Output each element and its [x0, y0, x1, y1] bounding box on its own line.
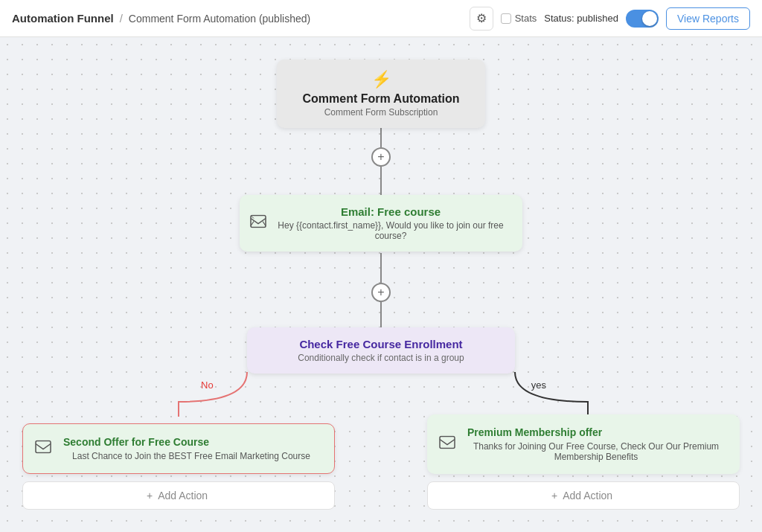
trigger-subtitle: Comment Form Subscription — [299, 107, 463, 118]
breadcrumb: Automation Funnel / Comment Form Automat… — [12, 12, 464, 25]
published-toggle[interactable] — [626, 10, 659, 28]
gear-icon: ⚙ — [476, 11, 487, 25]
branch-left-icon — [35, 440, 51, 458]
branch-right-title: Premium Membership offer — [467, 426, 725, 438]
condition-subtitle: Conditionally check if contact is in a g… — [265, 353, 497, 363]
trigger-icon: ⚡ — [299, 70, 463, 89]
email-title: Email: Free course — [277, 205, 505, 218]
branch-right-card[interactable]: Premium Membership offer Thanks for Join… — [427, 414, 740, 474]
header-right: ⚙ Stats Status: published View Reports — [470, 7, 750, 31]
add-button-2[interactable]: + — [371, 283, 391, 302]
branch-left-subtitle: Last Chance to Join the BEST Free Email … — [63, 451, 319, 461]
branch-label-no: No — [201, 379, 214, 391]
view-reports-button[interactable]: View Reports — [666, 7, 750, 30]
add-action-left[interactable]: + Add Action — [22, 481, 335, 510]
add-action-plus-right: + — [551, 490, 557, 501]
branch-label-yes: yes — [531, 379, 546, 391]
status-label: Status: published — [544, 13, 618, 24]
trigger-title: Comment Form Automation — [299, 92, 463, 106]
add-action-plus-left: + — [147, 490, 153, 501]
breadcrumb-root[interactable]: Automation Funnel — [12, 12, 114, 25]
stats-label: Stats — [515, 13, 537, 24]
svg-rect-7 — [440, 437, 455, 449]
breadcrumb-separator: / — [120, 12, 123, 25]
condition-node[interactable]: Check Free Course Enrollment Conditional… — [247, 327, 515, 374]
branch-right-icon — [439, 436, 455, 453]
condition-title: Check Free Course Enrollment — [265, 338, 497, 350]
add-button-1[interactable]: + — [371, 147, 391, 167]
email-icon — [250, 215, 266, 232]
add-action-right[interactable]: + Add Action — [427, 481, 740, 510]
svg-line-5 — [252, 217, 254, 219]
trigger-node[interactable]: ⚡ Comment Form Automation Comment Form S… — [277, 60, 485, 128]
gear-button[interactable]: ⚙ — [470, 7, 493, 31]
branch-right-subtitle: Thanks for Joining Our Free Course, Chec… — [467, 441, 725, 462]
stats-toggle[interactable]: Stats — [501, 13, 537, 24]
branch-left: Second Offer for Free Course Last Chance… — [22, 423, 335, 510]
branch-left-card[interactable]: Second Offer for Free Course Last Chance… — [22, 423, 335, 474]
branch-left-title: Second Offer for Free Course — [63, 436, 319, 448]
header: Automation Funnel / Comment Form Automat… — [0, 0, 762, 37]
svg-rect-6 — [36, 441, 51, 453]
email-subtitle: Hey {{contact.first_name}}, Would you li… — [277, 220, 505, 241]
automation-canvas: ⚡ Comment Form Automation Comment Form S… — [0, 37, 762, 532]
email-node[interactable]: Email: Free course Hey {{contact.first_n… — [240, 195, 522, 251]
add-action-label-right: Add Action — [563, 490, 612, 501]
branch-right: Premium Membership offer Thanks for Join… — [427, 414, 740, 510]
add-action-label-left: Add Action — [158, 490, 208, 501]
breadcrumb-current: Comment Form Automation (published) — [129, 13, 310, 25]
stats-checkbox[interactable] — [501, 13, 511, 24]
